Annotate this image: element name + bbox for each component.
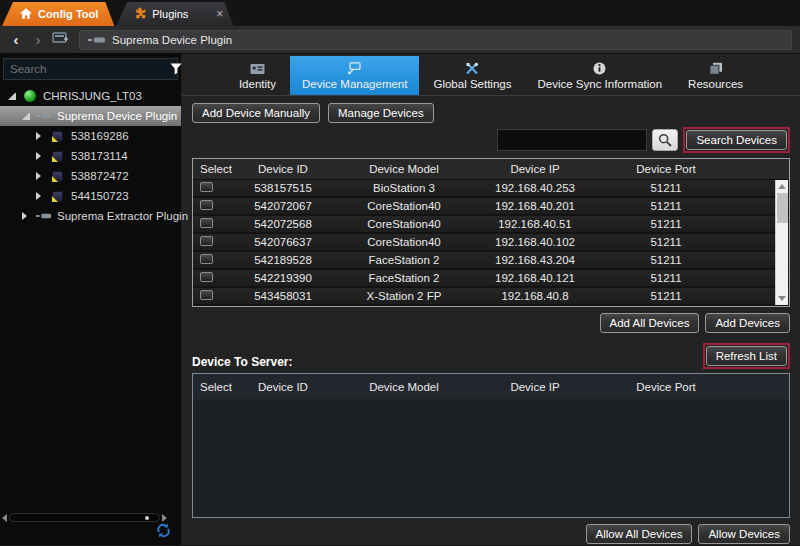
scroll-left-icon[interactable] xyxy=(2,514,7,522)
manage-devices-button[interactable]: Manage Devices xyxy=(328,103,434,123)
column-header-device-model: Device Model xyxy=(329,159,479,179)
table-row: 538157515BioStation 3192.168.40.25351211 xyxy=(193,179,789,197)
filter-funnel-icon[interactable] xyxy=(170,63,182,75)
select-cell xyxy=(193,215,237,233)
table-row: 542189528FaceStation 2192.168.43.2045121… xyxy=(193,251,789,269)
expand-arrow-icon[interactable] xyxy=(22,212,30,220)
tab-config-tool[interactable]: Config Tool xyxy=(2,2,114,26)
device-port-cell: 51211 xyxy=(591,197,741,215)
breadcrumb-label: Suprema Device Plugin xyxy=(112,34,232,46)
device-ip-cell: 192.168.40.51 xyxy=(479,215,591,233)
select-cell xyxy=(193,197,237,215)
row-checkbox[interactable] xyxy=(200,182,213,192)
device-port-cell: 51211 xyxy=(591,251,741,269)
tab-resources[interactable]: Resources xyxy=(676,56,755,95)
tab-device-management[interactable]: Device Management xyxy=(290,56,419,95)
device-icon xyxy=(50,190,65,203)
sidebar-search-input[interactable] xyxy=(4,63,170,75)
row-checkbox[interactable] xyxy=(200,272,213,282)
expand-arrow-icon[interactable] xyxy=(36,152,44,160)
device-toolbar: Add Device Manually Manage Devices xyxy=(192,103,790,123)
refresh-icon[interactable] xyxy=(156,523,171,542)
select-cell xyxy=(193,269,237,287)
forward-button[interactable]: › xyxy=(30,30,46,50)
device-id-cell: 543458031 xyxy=(237,287,329,305)
tab-global-settings[interactable]: Global Settings xyxy=(421,56,523,95)
sidebar-search-box xyxy=(3,58,178,80)
device-ip-cell: 192.168.40.121 xyxy=(479,269,591,287)
device-management-icon xyxy=(347,61,362,75)
tree-item-label: 538169286 xyxy=(71,130,129,142)
refresh-list-annotation: Refresh List xyxy=(703,343,790,369)
tree-item-suprema-device-plugin[interactable]: Suprema Device Plugin xyxy=(0,106,181,126)
search-devices-button[interactable]: Search Devices xyxy=(686,130,787,150)
tab-label: Resources xyxy=(688,78,743,90)
expand-arrow-icon[interactable] xyxy=(36,132,44,140)
add-device-manually-button[interactable]: Add Device Manually xyxy=(192,103,320,123)
add-all-devices-button[interactable]: Add All Devices xyxy=(600,313,700,333)
plugin-cable-icon xyxy=(88,34,105,46)
row-checkbox[interactable] xyxy=(200,236,213,246)
tree-item-chrisjung-lt03[interactable]: CHRISJUNG_LT03 xyxy=(0,86,181,106)
device-model-cell: FaceStation 2 xyxy=(329,269,479,287)
row-checkbox[interactable] xyxy=(200,290,213,300)
tree-item-538872472[interactable]: 538872472 xyxy=(0,166,181,186)
navigation-bar: ‹ › Suprema Device Plugin xyxy=(0,26,800,54)
column-header-select: Select xyxy=(193,374,237,399)
tree-item-544150723[interactable]: 544150723 xyxy=(0,186,181,206)
tree-item-538169286[interactable]: 538169286 xyxy=(0,126,181,146)
row-checkbox[interactable] xyxy=(200,218,213,228)
allow-devices-button[interactable]: Allow Devices xyxy=(698,524,790,544)
device-search-input[interactable] xyxy=(497,129,647,151)
collapse-arrow-icon[interactable] xyxy=(22,113,30,120)
tab-device-sync-information[interactable]: Device Sync Information xyxy=(525,56,674,95)
expand-arrow-icon[interactable] xyxy=(36,172,44,180)
row-checkbox[interactable] xyxy=(200,200,213,210)
device-model-cell: CoreStation40 xyxy=(329,233,479,251)
magnifier-button[interactable] xyxy=(652,129,678,151)
device-id-cell: 542072067 xyxy=(237,197,329,215)
device-id-cell: 538157515 xyxy=(237,179,329,197)
server-actions: Allow All Devices Allow Devices xyxy=(192,524,790,544)
breadcrumb[interactable]: Suprema Device Plugin xyxy=(79,30,792,50)
scrollbar-thumb-end xyxy=(145,516,149,520)
tree-item-suprema-extractor-plugin[interactable]: Suprema Extractor Plugin xyxy=(0,206,181,226)
back-button[interactable]: ‹ xyxy=(8,30,24,50)
table-row: 542072067CoreStation40192.168.40.2015121… xyxy=(193,197,789,215)
scrollbar-track[interactable] xyxy=(9,513,160,522)
close-tab-icon[interactable]: × xyxy=(216,7,223,21)
tab-label: Device Sync Information xyxy=(537,78,662,90)
tab-plugins[interactable]: Plugins × xyxy=(116,2,233,26)
scroll-right-icon[interactable] xyxy=(162,514,167,522)
tree-item-label: CHRISJUNG_LT03 xyxy=(43,90,142,102)
info-icon xyxy=(593,61,606,75)
add-devices-button[interactable]: Add Devices xyxy=(705,313,790,333)
column-header-device-ip: Device IP xyxy=(479,374,591,399)
tab-identity[interactable]: Identity xyxy=(227,56,288,95)
scrollbar-thumb[interactable] xyxy=(777,193,788,223)
device-shortcut-icon xyxy=(52,151,63,162)
tab-config-tool-label: Config Tool xyxy=(38,8,98,20)
puzzle-icon xyxy=(134,7,146,21)
device-port-cell: 51211 xyxy=(591,287,741,305)
device-id-cell: 542076637 xyxy=(237,233,329,251)
device-icon xyxy=(50,150,65,163)
refresh-list-button[interactable]: Refresh List xyxy=(706,346,787,366)
open-window-icon[interactable] xyxy=(52,31,69,49)
row-checkbox[interactable] xyxy=(200,254,213,264)
device-to-server-row: Device To Server: Refresh List xyxy=(192,343,790,369)
scroll-down-icon[interactable] xyxy=(778,296,786,301)
sidebar-horizontal-scrollbar[interactable] xyxy=(2,512,167,523)
discovered-actions: Add All Devices Add Devices xyxy=(192,313,790,333)
table-vertical-scrollbar[interactable] xyxy=(775,180,788,305)
scroll-up-icon[interactable] xyxy=(778,184,786,189)
sidebar-tree: CHRISJUNG_LT03Suprema Device Plugin53816… xyxy=(0,86,181,226)
expand-arrow-icon[interactable] xyxy=(36,192,44,200)
tree-item-538173114[interactable]: 538173114 xyxy=(0,146,181,166)
column-header-device-ip: Device IP xyxy=(479,159,591,179)
allow-all-devices-button[interactable]: Allow All Devices xyxy=(586,524,693,544)
column-header-select: Select xyxy=(193,159,237,179)
tab-label: Global Settings xyxy=(433,78,511,90)
collapse-arrow-icon[interactable] xyxy=(8,93,16,100)
resources-icon xyxy=(709,61,723,75)
